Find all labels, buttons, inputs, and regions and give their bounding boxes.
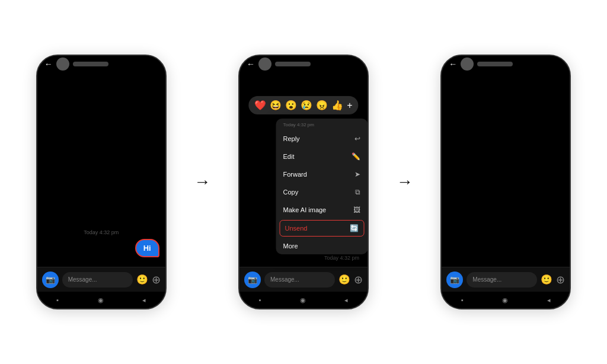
contact-name-left: [73, 62, 108, 66]
back-button-middle[interactable]: ←: [247, 59, 255, 69]
header-left-left: ←: [44, 58, 108, 71]
emoji-button-left[interactable]: 🙂: [136, 274, 148, 285]
message-placeholder-right: Message...: [472, 276, 501, 283]
arrow-2-wrapper: →: [387, 173, 423, 191]
phone-left-wrapper: ← Today 4:32 pm Hi 📷 Message... 🙂 ⊕: [18, 55, 184, 309]
avatar-left: [56, 58, 69, 71]
message-bubble-left: Hi: [135, 239, 159, 257]
camera-icon-right: 📷: [450, 275, 459, 284]
nav-back-middle[interactable]: ◂: [344, 296, 348, 304]
message-placeholder-left: Message...: [68, 276, 97, 283]
nav-bar-middle: ▪ ◉ ◂: [239, 292, 368, 308]
camera-button-right[interactable]: 📷: [446, 272, 463, 288]
contact-name-right: [477, 62, 513, 66]
context-reply-label: Reply: [283, 135, 299, 142]
back-button-right[interactable]: ←: [449, 59, 457, 69]
context-copy-icon: ⧉: [355, 188, 360, 196]
reaction-wow[interactable]: 😮: [285, 100, 297, 111]
message-placeholder-middle: Message...: [270, 276, 299, 283]
context-menu: Today 4:32 pm Reply ↩ Edit ✏️ Forward ➤: [276, 119, 368, 254]
reaction-heart[interactable]: ❤️: [254, 100, 266, 111]
nav-bar-right: ▪ ◉ ◂: [442, 292, 570, 308]
reaction-thumbs[interactable]: 👍: [331, 100, 343, 111]
nav-square-right[interactable]: ▪: [461, 296, 464, 304]
timestamp-left: Today 4:32 pm: [43, 229, 159, 235]
add-button-left[interactable]: ⊕: [152, 273, 161, 286]
context-forward-icon: ➤: [354, 170, 360, 178]
input-bar-middle: 📷 Message... 🙂 ⊕: [239, 267, 368, 292]
nav-bar-left: ▪ ◉ ◂: [37, 292, 165, 308]
camera-button-left[interactable]: 📷: [42, 272, 59, 288]
message-input-left[interactable]: Message...: [62, 272, 133, 288]
chat-area-right: [442, 72, 570, 267]
avatar-middle: [258, 58, 271, 71]
context-unsend[interactable]: Unsend 🔄: [279, 220, 364, 237]
context-ai-image[interactable]: Make AI image 🖼: [276, 201, 368, 219]
mid-chat-timestamp: Today 4:32 pm: [245, 255, 362, 261]
nav-circle-middle[interactable]: ◉: [300, 296, 306, 304]
main-container: ← Today 4:32 pm Hi 📷 Message... 🙂 ⊕: [0, 0, 607, 364]
chat-area-left: Today 4:32 pm Hi: [37, 72, 165, 267]
header-right: ←: [449, 58, 513, 71]
context-unsend-label: Unsend: [285, 225, 307, 232]
nav-back-left[interactable]: ◂: [142, 296, 146, 304]
reaction-plus[interactable]: +: [347, 100, 352, 111]
message-input-right[interactable]: Message...: [467, 272, 537, 288]
arrow-1: →: [194, 173, 210, 191]
camera-icon-middle: 📷: [248, 275, 257, 284]
nav-circle-left[interactable]: ◉: [98, 296, 104, 304]
context-ai-icon: 🖼: [353, 206, 360, 214]
reaction-angry[interactable]: 😠: [316, 100, 328, 111]
phone-left: ← Today 4:32 pm Hi 📷 Message... 🙂 ⊕: [36, 55, 167, 309]
avatar-right: [461, 58, 474, 71]
back-button-left[interactable]: ←: [44, 59, 53, 69]
message-input-middle[interactable]: Message...: [264, 272, 335, 288]
phone-right-wrapper: ← 📷 Message... 🙂 ⊕ ▪: [423, 55, 589, 309]
emoji-button-middle[interactable]: 🙂: [338, 274, 350, 285]
context-ai-label: Make AI image: [283, 206, 326, 213]
arrow-2: →: [397, 173, 413, 191]
context-copy[interactable]: Copy ⧉: [276, 183, 368, 201]
input-bar-right: 📷 Message... 🙂 ⊕: [442, 267, 570, 292]
reaction-bar: ❤️ 😆 😮 😢 😠 👍 +: [248, 96, 358, 114]
arrow-1-wrapper: →: [184, 173, 220, 191]
phone-right: ← 📷 Message... 🙂 ⊕ ▪: [440, 55, 571, 309]
phone-middle-wrapper: ← ❤️ 😆 😮 😢 😠 👍 + T: [220, 55, 386, 309]
add-button-right[interactable]: ⊕: [556, 273, 565, 286]
nav-back-right[interactable]: ◂: [547, 296, 551, 304]
nav-square-left[interactable]: ▪: [56, 296, 59, 304]
add-button-middle[interactable]: ⊕: [354, 273, 363, 286]
chat-area-middle: ❤️ 😆 😮 😢 😠 👍 + Today 4:32 pm Reply ↩: [239, 72, 368, 267]
context-forward[interactable]: Forward ➤: [276, 165, 368, 183]
status-bar-right: ←: [442, 56, 570, 72]
context-edit-label: Edit: [283, 153, 294, 160]
nav-circle-right[interactable]: ◉: [502, 296, 508, 304]
camera-icon-left: 📷: [46, 275, 55, 284]
contact-name-middle: [275, 62, 311, 66]
input-bar-left: 📷 Message... 🙂 ⊕: [37, 267, 165, 292]
context-forward-label: Forward: [283, 171, 306, 178]
context-reply-icon: ↩: [354, 135, 360, 143]
camera-button-middle[interactable]: 📷: [244, 272, 261, 288]
context-edit[interactable]: Edit ✏️: [276, 148, 368, 165]
emoji-button-right[interactable]: 🙂: [541, 274, 552, 285]
header-middle: ←: [247, 58, 311, 71]
status-bar-left: ←: [37, 56, 165, 72]
phone-middle: ← ❤️ 😆 😮 😢 😠 👍 + T: [238, 55, 369, 309]
context-reply[interactable]: Reply ↩: [276, 130, 368, 148]
context-more[interactable]: More: [276, 238, 368, 254]
status-bar-middle: ←: [239, 56, 368, 72]
reaction-laugh[interactable]: 😆: [270, 100, 282, 111]
context-edit-icon: ✏️: [352, 152, 360, 161]
context-copy-label: Copy: [283, 189, 298, 196]
reaction-sad[interactable]: 😢: [301, 100, 312, 111]
context-timestamp: Today 4:32 pm: [276, 119, 368, 130]
nav-square-middle[interactable]: ▪: [259, 296, 261, 304]
context-unsend-icon: 🔄: [350, 224, 359, 232]
